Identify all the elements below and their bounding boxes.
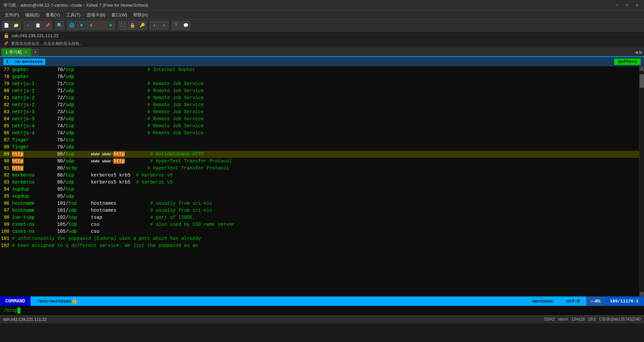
toolbar-upload[interactable]: ⬆ xyxy=(150,21,159,30)
close-button[interactable]: ✕ xyxy=(633,2,641,9)
line-num-79: 79 xyxy=(0,80,12,87)
code-line-81: 81 netrjs-2 72/tcp # Remote Job Service xyxy=(0,94,639,101)
toolbar-lock[interactable]: 🔒 xyxy=(128,21,137,30)
code-line-82: 82 netrjs-2 72/udp # Remote Job Service xyxy=(0,101,639,109)
menu-help[interactable]: 帮助(H) xyxy=(130,11,151,19)
toolbar-copy[interactable]: 📋 xyxy=(34,21,42,30)
line-num-88: 88 xyxy=(0,144,12,151)
code-line-78: 78 gopher 70/udp xyxy=(0,73,639,80)
toolbar-record[interactable]: ● xyxy=(97,21,105,30)
line-num-102: 102 xyxy=(0,242,12,249)
line-num-100: 100 xyxy=(0,228,12,235)
tab-add-button[interactable]: + xyxy=(32,49,39,56)
tab-nav-right[interactable]: ▶ xyxy=(639,49,643,56)
line-num-99: 99 xyxy=(0,221,12,228)
menu-edit[interactable]: 编辑(E) xyxy=(22,11,42,19)
scrollbar[interactable]: ▲ ▼ xyxy=(639,66,644,296)
scroll-thumb[interactable] xyxy=(640,74,644,88)
toolbar-open[interactable]: 📁 xyxy=(12,21,20,30)
code-line-100: 100 csnet-ns 105/udp cso xyxy=(0,228,639,235)
code-line-93: 93 kerberos 88/udp kerberos5 krb5 # Kerb… xyxy=(0,179,639,186)
menu-tabs[interactable]: 选项卡(B) xyxy=(84,11,108,19)
tab-bar: 1 学习机 ✕ + ◀ ▶ xyxy=(0,48,644,57)
statusbar-position: 189/11176 : 1 xyxy=(604,296,644,306)
code-line-83: 83 netrjs-3 73/tcp # Remote Job Service xyxy=(0,109,639,116)
line-num-81: 81 xyxy=(0,94,12,101)
cmdline-text: /http xyxy=(3,308,17,313)
scroll-down-button[interactable]: ▼ xyxy=(640,292,644,296)
line-num-86: 86 xyxy=(0,130,12,137)
line-num-97: 97 xyxy=(0,207,12,214)
code-line-97: 97 hostname 101/udp hostnames # usually … xyxy=(0,207,639,214)
cmdline-cursor xyxy=(17,307,20,314)
tab-session-1[interactable]: 1 学习机 ✕ xyxy=(1,48,32,56)
line-num-90: 90 xyxy=(0,158,12,165)
buffers-button[interactable]: buffers xyxy=(614,59,641,65)
scroll-track[interactable] xyxy=(640,71,644,292)
toolbar-help[interactable]: ? xyxy=(172,21,180,30)
line-num-96: 96 xyxy=(0,200,12,207)
statusbar-encoding: utf-8 xyxy=(560,299,586,304)
lock-icon: 🔒 xyxy=(71,298,78,304)
editor-topbar: 1: /e/services buffers xyxy=(0,57,644,66)
toolbar-key[interactable]: 🔑 xyxy=(138,21,147,30)
code-line-94: 94 supdup 95/tcp xyxy=(0,186,639,193)
ssh-address: ssh://43.139.221.111:22 xyxy=(12,33,59,38)
menu-window[interactable]: 窗口(W) xyxy=(109,11,130,19)
statusbar-mode: COMMAND xyxy=(0,296,31,306)
code-line-85: 85 netrjs-4 74/tcp # Remote Job Service xyxy=(0,123,639,130)
toolbar-color[interactable]: ■ xyxy=(77,21,86,30)
toolbar-download[interactable]: ⬇ xyxy=(160,21,168,30)
code-line-84: 84 netrjs-3 73/udp # Remote Job Service xyxy=(0,116,639,123)
address-bar: 🔒 ssh://43.139.221.111:22 xyxy=(0,31,644,40)
menu-file[interactable]: 文件(F) xyxy=(2,11,22,19)
code-line-87: 87 finger 79/tcp xyxy=(0,137,639,144)
line-num-77: 77 xyxy=(0,66,12,73)
code-line-77: 77 gopher 70/tcp # Internet Gopher xyxy=(0,66,639,73)
command-line: /http xyxy=(0,306,644,315)
toolbar-comment[interactable]: 💬 xyxy=(181,21,190,30)
info-icon: 📌 xyxy=(3,41,8,46)
code-line-86: 86 netrjs-4 74/udp # Remote Job Service xyxy=(0,130,639,137)
code-area: 77 gopher 70/tcp # Internet Gopher 78 go… xyxy=(0,66,639,296)
tab-nav-left[interactable]: ◀ xyxy=(635,49,638,56)
window-buttons: — ❐ ✕ xyxy=(613,2,641,9)
menu-tools[interactable]: 工具(T) xyxy=(63,11,83,19)
tab-close-button[interactable]: ✕ xyxy=(24,50,28,55)
code-line-89: 89 http 80/tcp www www-http # WorldWideW… xyxy=(0,151,639,158)
code-line-96: 96 hostname 101/tcp hostnames # usually … xyxy=(0,200,639,207)
line-num-94: 94 xyxy=(0,186,12,193)
line-num-91: 91 xyxy=(0,165,12,172)
sysbar-address: ssh://43.139.221.111:22 xyxy=(3,317,47,322)
maximize-button[interactable]: ❐ xyxy=(623,2,631,9)
scroll-up-button[interactable]: ▲ xyxy=(640,66,644,71)
code-line-99: 99 csnet-ns 105/tcp cso # also used by C… xyxy=(0,221,639,228)
toolbar-stop[interactable]: ■ xyxy=(106,21,115,30)
line-num-78: 78 xyxy=(0,73,12,80)
tab-label: 1 学习机 xyxy=(5,49,22,55)
toolbar-search[interactable]: 🔍 xyxy=(55,21,64,30)
code-line-101: 101 # unfortunately the poppassd (Eudora… xyxy=(0,235,639,242)
toolbar-fullscreen[interactable]: ⛶ xyxy=(118,21,127,30)
menu-view[interactable]: 查看(V) xyxy=(43,11,63,19)
toolbar-cut[interactable]: ✂ xyxy=(24,21,33,30)
toolbar-connect[interactable]: 🌐 xyxy=(67,21,76,30)
ssh-icon: 🔒 xyxy=(3,33,9,39)
line-num-92: 92 xyxy=(0,172,12,179)
code-line-80: 80 netrjs-1 71/udp # Remote Job Service xyxy=(0,87,639,94)
line-num-83: 83 xyxy=(0,109,12,116)
toolbar-paste[interactable]: 📌 xyxy=(43,21,52,30)
line-num-89: 89 xyxy=(0,151,12,158)
line-num-85: 85 xyxy=(0,123,12,130)
toolbar-new[interactable]: 📄 xyxy=(2,21,11,30)
code-line-90: 90 http 80/udp www www-http # HyperText … xyxy=(0,158,639,165)
code-line-102: 102 # been assigned to a different servi… xyxy=(0,242,639,249)
info-bar: 📌 要添加当前会话，点击左侧的箭头按钮。 xyxy=(0,40,644,48)
minimize-button[interactable]: — xyxy=(613,2,621,9)
toolbar-font[interactable]: A xyxy=(87,21,96,30)
line-num-101: 101 xyxy=(0,235,12,242)
line-num-87: 87 xyxy=(0,137,12,144)
line-num-93: 93 xyxy=(0,179,12,186)
percent-arrow-left: ◀◀ xyxy=(590,299,595,304)
statusbar-percent: ◀◀ 0% xyxy=(586,296,604,306)
